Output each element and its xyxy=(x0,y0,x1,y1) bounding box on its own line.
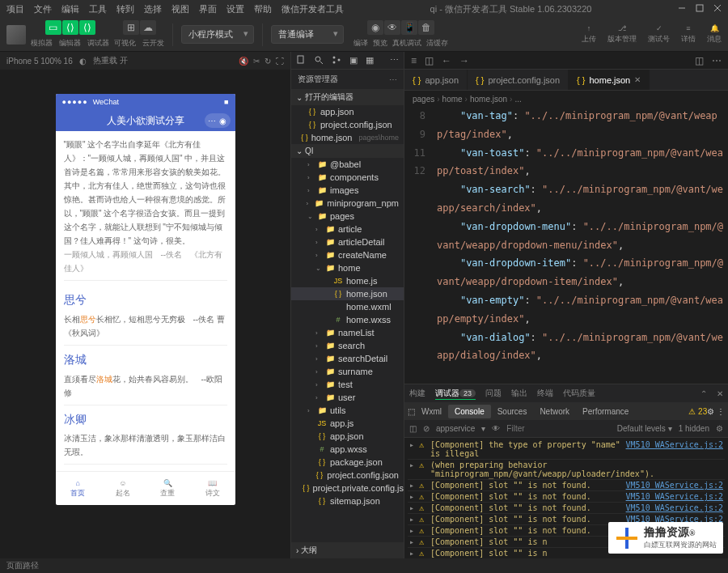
tree-item[interactable]: { }sitemap.json xyxy=(291,494,404,507)
panel-tab-问题[interactable]: 问题 xyxy=(485,388,502,399)
devtools-settings-icon[interactable]: ⚙ ⋮ xyxy=(707,407,725,416)
toolbar-测试号[interactable]: ✓测试号 xyxy=(648,24,670,45)
tree-item[interactable]: home.wxml xyxy=(291,300,404,313)
tree-item[interactable]: ›📁search xyxy=(291,339,404,352)
debugger-button[interactable]: ⟨⟩ xyxy=(79,20,95,35)
branch-icon[interactable] xyxy=(332,55,341,66)
breadcrumb-item[interactable]: home xyxy=(442,95,463,104)
device-label[interactable]: iPhone 5 100% 16 xyxy=(6,57,73,66)
compile-button[interactable]: ◉ xyxy=(367,20,383,35)
tree-item[interactable]: ›📁components xyxy=(291,171,404,184)
tree-item[interactable]: { }home.json xyxy=(291,287,404,300)
tree-item[interactable]: JShome.js xyxy=(291,274,404,287)
search-icon[interactable] xyxy=(314,55,324,66)
panel-tab-输出[interactable]: 输出 xyxy=(511,388,527,399)
tree-item[interactable]: #home.wxss xyxy=(291,313,404,326)
tree-item[interactable]: ›📁nameList xyxy=(291,326,404,339)
devtools-tab-Sources[interactable]: Sources xyxy=(491,405,534,418)
minimize-icon[interactable] xyxy=(678,4,686,14)
breadcrumb-item[interactable]: ... xyxy=(514,95,521,104)
tab-首页[interactable]: ⌂首页 xyxy=(56,472,101,505)
hot-reload-label[interactable]: 热重载 开 xyxy=(93,55,128,66)
menu-帮助[interactable]: 帮助 xyxy=(254,3,272,15)
panel-maximize-icon[interactable]: ⌃ xyxy=(700,389,707,398)
rotate-icon[interactable]: ↻ xyxy=(265,57,271,66)
eye-icon[interactable]: 👁 xyxy=(492,424,500,433)
tree-item[interactable]: { }package.json xyxy=(291,456,404,469)
inspect-icon[interactable]: ⬚ xyxy=(408,407,415,416)
code-line[interactable]: "van-dialog": "../../miniprogram_npm/@va… xyxy=(437,329,728,366)
menu-界面[interactable]: 界面 xyxy=(199,3,217,15)
editor-button[interactable]: ⟨⟩ xyxy=(62,20,78,35)
files-icon[interactable] xyxy=(296,55,306,66)
levels-select[interactable]: Default levels ▾ xyxy=(617,424,672,433)
code-line[interactable]: "van-empty": "../../miniprogram_npm/@van… xyxy=(437,291,728,329)
tree-item[interactable]: ›📁@babel xyxy=(291,158,404,171)
tree-item[interactable]: ›📁surname xyxy=(291,365,404,378)
toolbar-消息[interactable]: 🔔消息 xyxy=(707,24,722,45)
panel-tab-调试器[interactable]: 调试器23 xyxy=(435,388,476,400)
cloud-button[interactable]: ☁ xyxy=(140,20,156,35)
menu-文件[interactable]: 文件 xyxy=(34,3,52,15)
list-icon[interactable]: ≡ xyxy=(411,55,417,66)
tab-诗文[interactable]: 📖诗文 xyxy=(190,472,235,505)
split-icon[interactable]: ◫ xyxy=(695,55,704,66)
tree-item[interactable]: { }project.config.json xyxy=(291,469,404,482)
avatar[interactable] xyxy=(6,25,26,45)
code-line[interactable]: "van-toast": "../../miniprogram_npm/@van… xyxy=(437,144,728,181)
tree-item[interactable]: ›📁article xyxy=(291,223,404,236)
more-icon[interactable]: ⋯ xyxy=(390,55,399,66)
console-line[interactable]: ▸⚠[Component] slot "" is not found.VM510… xyxy=(408,480,725,491)
panel-close-icon[interactable]: ✕ xyxy=(717,389,723,398)
editor-tab[interactable]: { }app.json xyxy=(404,70,468,90)
tree-item[interactable]: { }app.json xyxy=(291,430,404,443)
card[interactable]: 洛城直须看尽洛城花，始共春风容易别。 --欧阳修 xyxy=(64,346,227,405)
menu-转到[interactable]: 转到 xyxy=(116,3,134,15)
box-icon[interactable]: ▣ xyxy=(349,55,358,66)
clear-console-icon[interactable]: ⊘ xyxy=(423,424,430,433)
editor-tab[interactable]: { }home.json✕ xyxy=(569,70,650,90)
menu-设置[interactable]: 设置 xyxy=(226,3,244,15)
code-line[interactable]: "van-dropdown-item": "../../miniprogram_… xyxy=(437,254,728,291)
open-editor-item[interactable]: { }project.config.json xyxy=(291,118,404,131)
console-line[interactable]: ▸⚠[Component] the type of property "name… xyxy=(408,439,725,460)
code-line[interactable]: "van-search": "../../miniprogram_npm/@va… xyxy=(437,180,728,218)
remote-debug-button[interactable]: 📱 xyxy=(401,20,417,35)
card[interactable]: 冰卿冰清玉洁，象冰那样清澈透明，象玉那样洁白无瑕。 xyxy=(64,405,227,465)
warning-count[interactable]: ⚠ 23 xyxy=(688,407,707,416)
menu-视图[interactable]: 视图 xyxy=(171,3,189,15)
menu-工具[interactable]: 工具 xyxy=(89,3,107,15)
tree-item[interactable]: JSapp.js xyxy=(291,417,404,430)
clear-cache-button[interactable]: 🗑 xyxy=(418,20,434,35)
toolbar-详情[interactable]: ≡详情 xyxy=(681,24,696,45)
devtools-tab-Wxml[interactable]: Wxml xyxy=(415,405,448,418)
filter-input[interactable] xyxy=(506,424,610,433)
open-editor-item[interactable]: { }home.jsonpages\home xyxy=(291,131,404,144)
menu-icon[interactable]: ⋯ xyxy=(206,115,218,126)
cut-icon[interactable]: ✂ xyxy=(253,57,260,66)
gear-icon[interactable]: ⚙ xyxy=(716,424,723,433)
panel-tab-终端[interactable]: 终端 xyxy=(537,388,553,399)
tree-item[interactable]: ›📁articleDetail xyxy=(291,236,404,248)
tab-查重[interactable]: 🔍查重 xyxy=(146,472,191,505)
open-editor-item[interactable]: { }app.json xyxy=(291,105,404,118)
tree-item[interactable]: { }project.private.config.js... xyxy=(291,482,404,494)
mute-icon[interactable]: 🔇 xyxy=(239,57,248,66)
breadcrumb-item[interactable]: home.json xyxy=(470,95,507,104)
code-line[interactable]: "van-tag": "../../miniprogram_npm/@vant/… xyxy=(437,107,728,144)
tab-close-icon[interactable]: ✕ xyxy=(634,75,641,84)
tree-item[interactable]: ›📁test xyxy=(291,378,404,391)
menu-项目[interactable]: 项目 xyxy=(6,3,24,15)
preview-button[interactable]: 👁 xyxy=(384,20,400,35)
console-line[interactable]: ▸⚠(when preparing behavior "miniprogram_… xyxy=(408,460,725,480)
devtools-tab-Network[interactable]: Network xyxy=(533,405,576,418)
chip-icon[interactable]: ▦ xyxy=(366,55,374,66)
back-icon[interactable]: ← xyxy=(442,55,451,66)
editor-tab[interactable]: { }project.config.json xyxy=(468,70,569,90)
card[interactable]: 思兮长相思兮长相忆，短相思兮无穷极 --佚名 曹 《秋风词》 xyxy=(64,286,227,346)
menu-选择[interactable]: 选择 xyxy=(144,3,162,15)
forward-icon[interactable]: → xyxy=(459,55,469,66)
expand-icon[interactable]: ⛶ xyxy=(276,57,284,66)
tab-起名[interactable]: ☺起名 xyxy=(100,472,146,505)
visual-button[interactable]: ⊞ xyxy=(123,20,139,35)
